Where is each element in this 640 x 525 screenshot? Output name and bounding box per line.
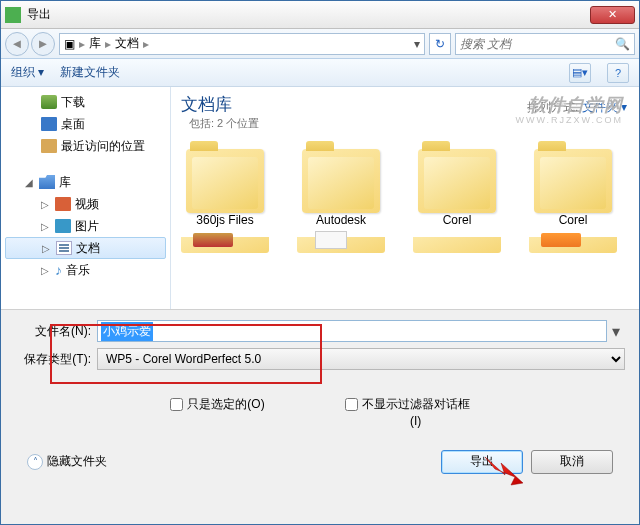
breadcrumb[interactable]: ▣ ▸ 库 ▸ 文档 ▸ ▾: [59, 33, 425, 55]
view-mode-button[interactable]: ▤▾: [569, 63, 591, 83]
picture-icon: [55, 219, 71, 233]
breadcrumb-seg-libraries[interactable]: 库: [89, 35, 101, 52]
sort-control[interactable]: 排列方式: 文件夹 ▾: [527, 99, 627, 116]
nav-forward-button[interactable]: ►: [31, 32, 55, 56]
filename-label: 文件名(N):: [15, 323, 97, 340]
dropdown-icon[interactable]: ▾: [607, 322, 625, 341]
filename-input[interactable]: 小鸡示爱: [97, 320, 607, 342]
recent-icon: [41, 139, 57, 153]
breadcrumb-root-icon: ▣: [64, 37, 75, 51]
titlebar[interactable]: 导出 ✕: [1, 1, 639, 29]
folder-item-partial[interactable]: [529, 237, 617, 253]
nav-bar: ◄ ► ▣ ▸ 库 ▸ 文档 ▸ ▾ ↻ 🔍: [1, 29, 639, 59]
filename-value: 小鸡示爱: [101, 322, 153, 341]
no-filter-checkbox[interactable]: 不显示过滤器对话框(I): [345, 396, 470, 430]
search-icon: 🔍: [615, 37, 630, 51]
refresh-button[interactable]: ↻: [429, 33, 451, 55]
close-button[interactable]: ✕: [590, 6, 635, 24]
export-button[interactable]: 导出: [441, 450, 523, 474]
nav-tree: 下载 桌面 最近访问的位置 ◢库 ▷视频 ▷图片 ▷文档 ▷♪音乐: [1, 87, 171, 309]
video-icon: [55, 197, 71, 211]
chevron-right-icon: ▸: [79, 37, 85, 51]
file-list[interactable]: 文档库 包括: 2 个位置 排列方式: 文件夹 ▾ 360js Files Au…: [171, 87, 639, 309]
chevron-up-icon: ˄: [27, 454, 43, 470]
filetype-select[interactable]: WP5 - Corel WordPerfect 5.0: [97, 348, 625, 370]
filetype-label: 保存类型(T):: [15, 351, 97, 368]
breadcrumb-dropdown-icon[interactable]: ▾: [414, 37, 420, 51]
new-folder-button[interactable]: 新建文件夹: [60, 64, 120, 81]
document-icon: [56, 241, 72, 255]
breadcrumb-seg-documents[interactable]: 文档: [115, 35, 139, 52]
tree-downloads[interactable]: 下载: [1, 91, 170, 113]
expand-icon[interactable]: ▷: [41, 265, 51, 276]
chevron-right-icon: ▸: [105, 37, 111, 51]
library-subtitle: 包括: 2 个位置: [189, 116, 629, 131]
folder-icon: [302, 149, 380, 213]
sort-value[interactable]: 文件夹 ▾: [582, 100, 627, 114]
search-input[interactable]: [460, 37, 615, 51]
help-button[interactable]: ?: [607, 63, 629, 83]
organize-menu[interactable]: 组织 ▾: [11, 64, 44, 81]
tree-libraries[interactable]: ◢库: [1, 171, 170, 193]
app-icon: [5, 7, 21, 23]
selected-only-checkbox[interactable]: 只是选定的(O): [170, 396, 264, 430]
export-dialog: 导出 ✕ ◄ ► ▣ ▸ 库 ▸ 文档 ▸ ▾ ↻ 🔍 组织 ▾ 新建文件夹 ▤…: [0, 0, 640, 525]
expand-icon[interactable]: ▷: [41, 221, 51, 232]
folder-icon: [534, 149, 612, 213]
expand-icon[interactable]: ▷: [41, 199, 51, 210]
music-icon: ♪: [55, 263, 62, 277]
toolbar: 组织 ▾ 新建文件夹 ▤▾ ?: [1, 59, 639, 87]
folder-item[interactable]: Corel: [529, 149, 617, 227]
bottom-panel: 文件名(N): 小鸡示爱 ▾ 保存类型(T): WP5 - Corel Word…: [1, 309, 639, 492]
collapse-icon[interactable]: ◢: [25, 177, 35, 188]
download-icon: [41, 95, 57, 109]
nav-back-button[interactable]: ◄: [5, 32, 29, 56]
hide-folders-toggle[interactable]: ˄ 隐藏文件夹: [27, 453, 107, 470]
tree-documents[interactable]: ▷文档: [5, 237, 166, 259]
tree-music[interactable]: ▷♪音乐: [1, 259, 170, 281]
folder-item[interactable]: Corel: [413, 149, 501, 227]
expand-icon[interactable]: ▷: [42, 243, 52, 254]
cancel-button[interactable]: 取消: [531, 450, 613, 474]
chevron-right-icon: ▸: [143, 37, 149, 51]
folder-item-partial[interactable]: [297, 237, 385, 253]
folder-item[interactable]: 360js Files: [181, 149, 269, 227]
folder-icon: [418, 149, 496, 213]
folder-icon: [186, 149, 264, 213]
folder-item-partial[interactable]: [181, 237, 269, 253]
folder-item[interactable]: Autodesk: [297, 149, 385, 227]
tree-recent[interactable]: 最近访问的位置: [1, 135, 170, 157]
window-title: 导出: [27, 6, 590, 23]
desktop-icon: [41, 117, 57, 131]
library-icon: [39, 175, 55, 189]
tree-desktop[interactable]: 桌面: [1, 113, 170, 135]
search-box[interactable]: 🔍: [455, 33, 635, 55]
library-title: 文档库: [181, 93, 232, 116]
tree-pictures[interactable]: ▷图片: [1, 215, 170, 237]
folder-item-partial[interactable]: [413, 237, 501, 253]
tree-videos[interactable]: ▷视频: [1, 193, 170, 215]
